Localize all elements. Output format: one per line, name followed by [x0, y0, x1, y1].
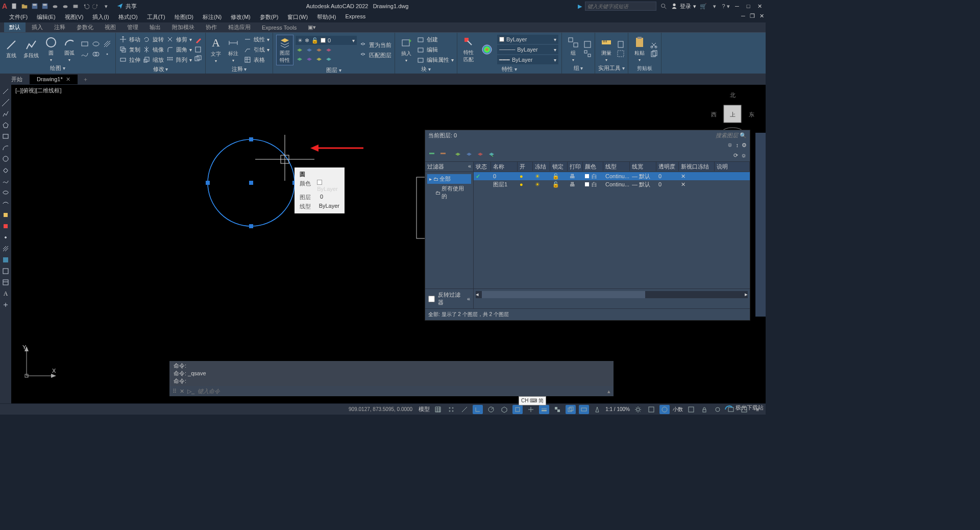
cmd-dim[interactable]: 标注▾	[225, 36, 241, 64]
layer-tool-1-icon[interactable]	[296, 47, 304, 55]
cmd-table[interactable]: 表格	[243, 55, 270, 64]
lock-ui-icon[interactable]	[699, 405, 709, 414]
lp-set-current-icon[interactable]	[487, 151, 496, 160]
lt-arc-icon[interactable]	[1, 143, 10, 152]
ribbon-tab-express[interactable]: Express Tools	[257, 23, 302, 32]
save-icon[interactable]	[31, 2, 39, 10]
doc-close-icon[interactable]: ✕	[757, 12, 766, 19]
lp-new-layer-vp-icon[interactable]	[465, 151, 473, 160]
filetab-start[interactable]: 开始	[4, 74, 30, 85]
group-edit-icon[interactable]	[583, 40, 592, 49]
lt-region-icon[interactable]	[1, 267, 10, 276]
lt-ellipse-icon[interactable]	[1, 188, 10, 197]
cmd-layer-props[interactable]: 图层 特性	[276, 35, 293, 65]
cmd-offset-icon[interactable]	[194, 55, 202, 63]
menu-format[interactable]: 格式(O)	[114, 12, 142, 22]
menu-modify[interactable]: 修改(M)	[227, 12, 255, 22]
menu-express[interactable]: Express	[341, 12, 370, 22]
menu-draw[interactable]: 绘图(D)	[170, 12, 198, 22]
ortho-icon[interactable]	[473, 405, 483, 414]
lt-line-icon[interactable]	[1, 87, 10, 96]
app-menu-icon[interactable]: ▾	[710, 2, 719, 10]
workspace-icon[interactable]	[646, 405, 656, 414]
layer-tool-8-icon[interactable]	[325, 56, 333, 64]
lt-circle-icon[interactable]	[1, 154, 10, 163]
command-line[interactable]: ⠿ ✕ ▷_ ▴	[169, 386, 614, 396]
snap-icon[interactable]	[446, 405, 456, 414]
ribbon-tab-parametric[interactable]: 参数化	[71, 22, 99, 32]
cmd-stretch[interactable]: 拉伸	[119, 55, 140, 64]
linetype-dropdown[interactable]: ────ByLayer▾	[497, 45, 558, 54]
lt-text-icon[interactable]: A	[1, 289, 10, 298]
maximize-icon[interactable]: □	[744, 3, 752, 10]
minimize-icon[interactable]: ─	[733, 3, 741, 10]
cmd-hatch-icon[interactable]	[102, 39, 112, 49]
ime-indicator[interactable]: CH ⌨ 简	[519, 396, 546, 405]
cmd-edit-attr[interactable]: 编辑属性 ▾	[416, 55, 454, 64]
ribbon-focus-icon[interactable]: ▣▾	[303, 23, 321, 32]
saveas-icon[interactable]	[41, 2, 49, 10]
lp-refresh-icon[interactable]: ⟳	[733, 152, 738, 159]
cmd-dropdown-icon[interactable]: ▴	[607, 388, 610, 395]
osnap-icon[interactable]	[512, 405, 523, 414]
filetab-drawing1[interactable]: Drawing1*✕	[30, 75, 78, 84]
cmd-erase-icon[interactable]	[194, 36, 202, 44]
isolate-icon[interactable]	[713, 405, 723, 414]
cut-icon[interactable]	[650, 41, 658, 49]
status-model[interactable]: 模型	[419, 405, 430, 413]
lwt-icon[interactable]	[539, 405, 549, 414]
lp-search[interactable]: 搜索图层	[716, 132, 738, 138]
lt-rect-icon[interactable]	[1, 132, 10, 141]
cmd-trim[interactable]: 修剪 ▾	[166, 35, 192, 44]
doc-restore-icon[interactable]: ❐	[748, 12, 756, 19]
polar-icon[interactable]	[486, 405, 496, 414]
dyn-input-icon[interactable]	[579, 405, 589, 414]
lp-delete-layer-icon[interactable]	[476, 151, 484, 160]
share-button[interactable]: 共享	[116, 3, 137, 10]
select-icon[interactable]	[617, 50, 625, 58]
cmd-scale[interactable]: 缩放	[142, 55, 164, 64]
cmd-fillet[interactable]: 圆角 ▾	[166, 45, 192, 54]
menu-help[interactable]: 帮助(H)	[313, 12, 340, 22]
invert-filter-checkbox[interactable]	[428, 296, 435, 302]
menu-file[interactable]: 文件(F)	[5, 12, 32, 22]
cmd-rect-icon[interactable]	[80, 39, 90, 49]
ribbon-tab-addons[interactable]: 附加模块	[167, 22, 200, 32]
layer-tool-4-icon[interactable]	[325, 47, 333, 55]
ribbon-tab-collab[interactable]: 协作	[201, 22, 222, 32]
redo-icon[interactable]	[92, 2, 100, 10]
lt-pline-icon[interactable]	[1, 109, 10, 118]
ribbon-tab-featured[interactable]: 精选应用	[223, 22, 256, 32]
lt-gradient-icon[interactable]	[1, 255, 10, 264]
annotation-monitor-icon[interactable]	[659, 405, 670, 414]
selection-cycling-icon[interactable]	[566, 405, 576, 414]
copy-clip-icon[interactable]	[650, 50, 658, 58]
quick-props-icon[interactable]	[686, 405, 696, 414]
layer-tool-2-icon[interactable]	[305, 47, 313, 55]
ribbon-tab-view[interactable]: 视图	[100, 22, 121, 32]
lt-insblock-icon[interactable]	[1, 210, 10, 220]
lp-new-filter-icon[interactable]	[428, 151, 436, 160]
menu-param[interactable]: 参数(P)	[256, 12, 283, 22]
grid-icon[interactable]	[433, 405, 443, 414]
cmd-paste[interactable]: 粘贴▾	[631, 35, 648, 63]
cmd-copy[interactable]: 复制	[119, 45, 140, 54]
filter-all[interactable]: ▸ 🗀 全部	[427, 174, 471, 184]
cmd-rotate[interactable]: 旋转	[142, 35, 164, 44]
menu-tools[interactable]: 工具(T)	[143, 12, 169, 22]
cmd-mirror[interactable]: 镜像	[142, 45, 164, 54]
ribbon-tab-annotate[interactable]: 注释	[49, 22, 70, 32]
layer-tool-6-icon[interactable]	[305, 56, 313, 64]
cmd-close-icon[interactable]: ✕	[180, 388, 184, 395]
help-search-input[interactable]	[585, 2, 656, 11]
cmd-insert-block[interactable]: 插入▾	[398, 36, 414, 64]
cmd-linear[interactable]: 线性 ▾	[243, 35, 270, 44]
lp-options-icon[interactable]: ⛭	[727, 142, 733, 148]
layer-tool-3-icon[interactable]	[315, 47, 323, 55]
transparency-icon[interactable]	[552, 405, 562, 414]
lp-new-group-filter-icon[interactable]	[439, 151, 448, 160]
cmd-palette-icon[interactable]	[479, 42, 495, 57]
gear-icon[interactable]	[633, 405, 643, 414]
lp-settings-icon[interactable]: ⚙	[742, 142, 747, 149]
cmd-pline[interactable]: 多段线	[21, 38, 41, 60]
